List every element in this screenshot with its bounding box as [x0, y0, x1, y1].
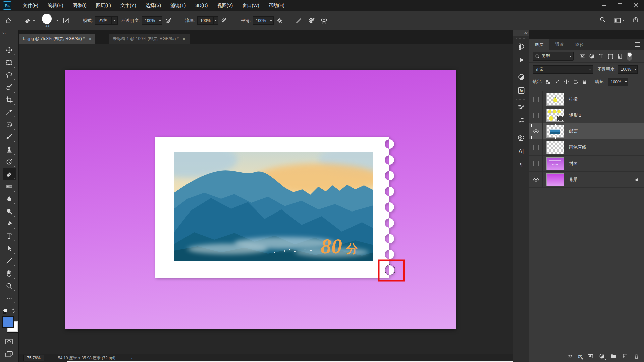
visibility-toggle[interactable]: [529, 107, 543, 123]
eraser-preset-button[interactable]: [24, 17, 35, 25]
new-layer-button[interactable]: [622, 353, 628, 359]
menu-select[interactable]: 选择(S): [141, 0, 166, 11]
document-tab-active[interactable]: 后.jpg @ 75.8% (邮票, RGB/8#) * ×: [19, 34, 95, 44]
gradient-tool[interactable]: [3, 180, 16, 193]
window-restore-button[interactable]: [612, 0, 628, 10]
panel-brush-settings-button[interactable]: [513, 101, 529, 114]
visibility-toggle[interactable]: [529, 172, 543, 187]
layer-thumbnail[interactable]: [546, 141, 564, 154]
add-layer-mask-button[interactable]: [587, 353, 594, 359]
lock-transparency-icon[interactable]: [545, 79, 551, 85]
menu-type[interactable]: 文字(Y): [116, 0, 141, 11]
quick-mask-button[interactable]: [5, 338, 13, 347]
tab-close-icon[interactable]: ×: [183, 36, 185, 42]
pressure-opacity-button[interactable]: [165, 17, 172, 24]
swap-colors-icon[interactable]: [11, 308, 16, 313]
type-tool[interactable]: [3, 230, 16, 242]
zoom-level-field[interactable]: 75.76%: [23, 355, 44, 361]
document-tab-inactive[interactable]: 未标题-1 @ 100% (邮票, RGB/8#) * ×: [109, 34, 190, 44]
layer-filtering-toggle[interactable]: [627, 52, 632, 61]
filter-type-layers-icon[interactable]: [598, 53, 604, 59]
visibility-toggle[interactable]: [529, 156, 543, 171]
menu-edit[interactable]: 编辑(E): [43, 0, 68, 11]
path-selection-tool[interactable]: [3, 242, 16, 255]
visibility-toggle[interactable]: [529, 91, 543, 107]
dock-collapse-button[interactable]: <<: [513, 30, 529, 36]
lock-all-icon[interactable]: [582, 79, 587, 85]
clone-stamp-tool[interactable]: [3, 143, 16, 156]
layer-thumbnail[interactable]: [546, 173, 564, 186]
filter-adjustment-layers-icon[interactable]: [589, 53, 595, 59]
panel-actions-button[interactable]: [513, 53, 529, 67]
new-group-button[interactable]: [610, 353, 617, 359]
menu-filter[interactable]: 滤镜(T): [166, 0, 191, 11]
dodge-tool[interactable]: [3, 205, 16, 218]
menu-window[interactable]: 窗口(W): [237, 0, 264, 11]
mode-dropdown[interactable]: 画笔: [95, 16, 118, 25]
move-tool[interactable]: [3, 44, 16, 56]
tab-paths[interactable]: 路径: [570, 39, 590, 50]
stamp-artwork[interactable]: 80 分: [65, 70, 456, 329]
lock-pixels-icon[interactable]: [554, 79, 560, 85]
healing-patch-tool[interactable]: [3, 118, 16, 131]
tools-dock-expand[interactable]: >>: [0, 30, 18, 35]
layer-filter-type-dropdown[interactable]: 类型: [533, 52, 574, 61]
more-tools[interactable]: [3, 292, 16, 304]
menu-image[interactable]: 图像(I): [68, 0, 91, 11]
link-layers-button[interactable]: [567, 353, 573, 359]
zoom-tool[interactable]: [3, 280, 16, 292]
home-button[interactable]: [5, 17, 12, 24]
brush-preset-picker[interactable]: 33: [39, 13, 55, 28]
lasso-tool[interactable]: [3, 69, 16, 81]
search-button[interactable]: [599, 16, 606, 25]
line-tool[interactable]: [3, 255, 16, 267]
layer-row-rectangle-1[interactable]: 矩形 1: [529, 107, 644, 123]
layer-row-brush-line[interactable]: 画笔直线: [529, 139, 644, 156]
pressure-size-button[interactable]: [308, 17, 315, 24]
window-minimize-button[interactable]: [596, 0, 612, 10]
flow-dropdown[interactable]: 100%: [197, 16, 218, 25]
window-close-button[interactable]: [628, 0, 644, 10]
panel-paragraph-button[interactable]: ¶: [513, 158, 529, 172]
toggle-brush-settings-button[interactable]: [62, 17, 70, 24]
panel-adjustments-button[interactable]: [513, 70, 529, 84]
layer-thumbnail[interactable]: [546, 93, 564, 106]
panel-history-button[interactable]: [513, 40, 529, 53]
layer-thumbnail[interactable]: [546, 109, 564, 122]
menu-help[interactable]: 帮助(H): [264, 0, 289, 11]
layer-style-button[interactable]: fx: [578, 354, 582, 359]
screen-mode-button[interactable]: [5, 350, 13, 359]
chevron-down-icon[interactable]: [56, 20, 58, 21]
layer-row-background[interactable]: 背景: [529, 172, 644, 188]
workspace-switcher[interactable]: [614, 17, 625, 24]
layer-row-lemon[interactable]: 柠檬: [529, 91, 644, 107]
layer-row-cover[interactable]: Shift 封面: [529, 156, 644, 172]
filter-shape-layers-icon[interactable]: [607, 53, 614, 59]
visibility-toggle[interactable]: [529, 139, 543, 155]
smoothing-dropdown[interactable]: 100%: [253, 16, 274, 25]
history-brush-tool[interactable]: [3, 156, 16, 168]
panel-brushes-button[interactable]: [513, 114, 529, 128]
document-size-info[interactable]: 54.19 厘米 x 35.98 厘米 (72 ppi): [58, 355, 115, 361]
panel-menu-icon[interactable]: [635, 42, 640, 47]
tab-layers[interactable]: 图层: [529, 39, 549, 50]
quick-selection-tool[interactable]: [3, 81, 16, 94]
paint-symmetry-button[interactable]: [320, 17, 328, 25]
rectangular-marquee-tool[interactable]: [3, 56, 16, 69]
panel-character-button[interactable]: A|: [513, 145, 529, 158]
eyedropper-tool[interactable]: [3, 106, 16, 118]
eraser-tool[interactable]: [3, 168, 16, 180]
fill-dropdown[interactable]: 100%: [608, 78, 628, 86]
foreground-color-swatch[interactable]: [3, 317, 13, 327]
delete-layer-button[interactable]: [633, 353, 640, 359]
share-button[interactable]: [632, 16, 639, 25]
filter-smart-objects-icon[interactable]: [617, 53, 623, 59]
hand-tool[interactable]: [3, 267, 16, 280]
layer-thumbnail[interactable]: Shift: [546, 157, 564, 170]
menu-file[interactable]: 文件(F): [18, 0, 43, 11]
opacity-dropdown[interactable]: 100%: [142, 16, 162, 25]
pen-tool[interactable]: [3, 218, 16, 230]
panel-styles-button[interactable]: fx: [513, 84, 529, 97]
smoothing-options-button[interactable]: [276, 17, 283, 24]
layer-opacity-dropdown[interactable]: 100%: [618, 65, 638, 74]
